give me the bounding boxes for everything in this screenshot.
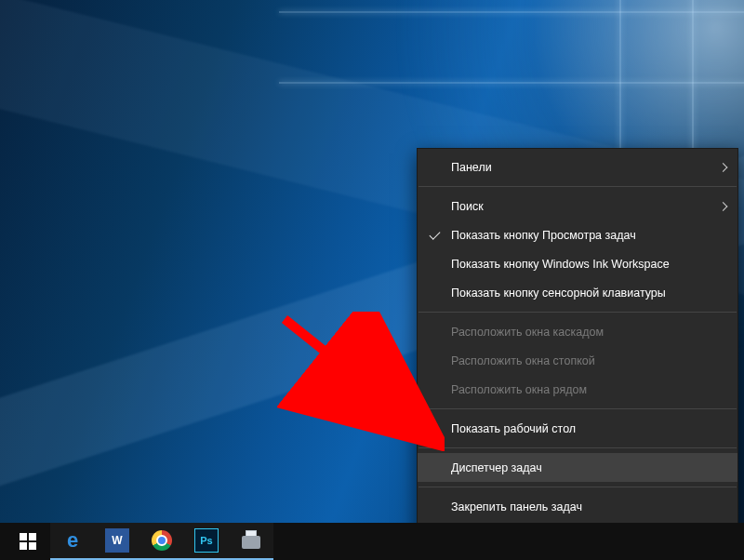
context-menu-item-label: Диспетчер задач xyxy=(451,461,542,474)
wallpaper-line xyxy=(279,82,744,84)
edge-icon: e xyxy=(60,528,85,553)
taskbar-context-menu: ПанелиПоискПоказать кнопку Просмотра зад… xyxy=(417,148,738,554)
context-menu-item-label: Показать кнопку сенсорной клавиатуры xyxy=(451,287,666,300)
context-menu-item-label: Поиск xyxy=(451,200,484,213)
context-menu-item-label: Расположить окна рядом xyxy=(451,383,587,396)
taskbar[interactable]: eWPs xyxy=(0,523,744,560)
word-icon: W xyxy=(105,528,129,553)
chrome-icon xyxy=(152,530,172,551)
windows-logo-icon xyxy=(20,533,36,550)
context-menu-item[interactable]: Показать кнопку Windows Ink Workspace xyxy=(418,249,737,278)
start-button[interactable] xyxy=(6,523,50,560)
context-menu-item[interactable]: Диспетчер задач xyxy=(418,453,737,482)
context-menu-item: Расположить окна рядом xyxy=(418,375,737,404)
context-menu-item-label: Показать кнопку Windows Ink Workspace xyxy=(451,258,670,271)
context-menu-item: Расположить окна каскадом xyxy=(418,317,737,346)
context-menu-item[interactable]: Показать кнопку сенсорной клавиатуры xyxy=(418,278,737,307)
ps-icon: Ps xyxy=(194,528,219,553)
context-menu-item[interactable]: Закрепить панель задач xyxy=(418,492,737,521)
context-menu-item[interactable]: Поиск xyxy=(418,192,737,220)
wallpaper-line xyxy=(279,11,744,13)
desktop: ПанелиПоискПоказать кнопку Просмотра зад… xyxy=(0,0,744,560)
menu-separator xyxy=(418,312,737,313)
context-menu-item[interactable]: Показать кнопку Просмотра задач xyxy=(418,220,737,249)
context-menu-item-label: Расположить окна каскадом xyxy=(451,326,604,339)
word-app[interactable]: W xyxy=(95,523,140,560)
context-menu-item[interactable]: Панели xyxy=(418,153,737,181)
context-menu-item: Расположить окна стопкой xyxy=(418,346,737,375)
printer-icon xyxy=(240,530,262,551)
menu-separator xyxy=(418,447,737,448)
chrome-app[interactable] xyxy=(140,523,184,560)
edge-app[interactable]: e xyxy=(50,523,95,560)
context-menu-item-label: Расположить окна стопкой xyxy=(451,354,595,367)
context-menu-item-label: Показать кнопку Просмотра задач xyxy=(451,229,636,242)
menu-separator xyxy=(418,487,737,487)
photoshop-app[interactable]: Ps xyxy=(184,523,229,560)
context-menu-item-label: Показать рабочий стол xyxy=(451,422,576,435)
printer-app[interactable] xyxy=(229,523,273,560)
context-menu-item-label: Панели xyxy=(451,161,492,174)
context-menu-item[interactable]: Показать рабочий стол xyxy=(418,414,737,443)
menu-separator xyxy=(418,186,737,187)
menu-separator xyxy=(418,408,737,409)
context-menu-item-label: Закрепить панель задач xyxy=(451,500,582,513)
